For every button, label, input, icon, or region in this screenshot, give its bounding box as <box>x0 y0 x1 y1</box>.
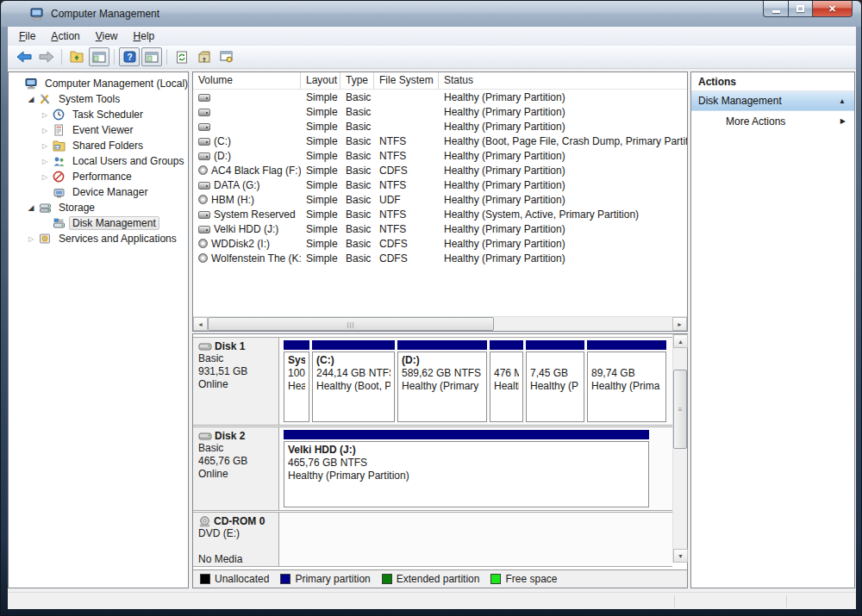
partition-body: 476 MHealth <box>490 352 523 422</box>
type-cell: Basic <box>340 121 374 133</box>
tree-item-disk-management[interactable]: Disk Management <box>9 215 188 231</box>
volume-row-blank[interactable]: SimpleBasicHealthy (Primary Partition) <box>193 119 687 134</box>
horizontal-scrollbar[interactable]: ◄ ||| ► <box>193 316 687 331</box>
volume-table-header: VolumeLayoutTypeFile SystemStatus <box>193 72 687 90</box>
scroll-down-button[interactable]: ▼ <box>673 549 688 563</box>
tree-item-label: Shared Folders <box>69 139 147 152</box>
volume-row-hbm-h[interactable]: HBM (H:)SimpleBasicUDFHealthy (Primary P… <box>193 192 687 207</box>
collapse-arrow-icon[interactable]: ▲ <box>839 97 846 105</box>
partition-89-74-gb[interactable]: 89,74 GBHealthy (Prima <box>587 340 666 422</box>
menu-view[interactable]: View <box>88 28 126 44</box>
partition-7-45-gb[interactable]: 7,45 GBHealthy (P <box>526 340 584 422</box>
disk-label-disk-1[interactable]: Disk 1Basic931,51 GBOnline <box>193 338 279 425</box>
volume-row-velki-hdd-j[interactable]: Velki HDD (J:)SimpleBasicNTFSHealthy (Pr… <box>193 221 687 236</box>
disk-title-text: Disk 2 <box>215 430 245 442</box>
tree-expander-icon[interactable]: ▷ <box>38 158 52 165</box>
column-header-status[interactable]: Status <box>439 72 687 89</box>
legend-label: Free space <box>505 573 557 585</box>
volume-row-ac4-black-flag-f[interactable]: AC4 Black Flag (F:)SimpleBasicCDFSHealth… <box>193 163 687 177</box>
tree-item-device-manager[interactable]: Device Manager <box>9 184 188 200</box>
disk-graphical-panel: Disk 1Basic931,51 GBOnlineSyst100Hea(C:)… <box>192 333 688 588</box>
console-settings-icon <box>220 51 234 63</box>
layout-cell: Simple <box>301 91 340 103</box>
column-header-type[interactable]: Type <box>340 72 374 89</box>
volume-row-blank[interactable]: SimpleBasicHealthy (Primary Partition) <box>193 90 687 104</box>
menu-file[interactable]: File <box>11 28 43 44</box>
disk-info-line: Online <box>198 378 273 391</box>
tree-expander-icon[interactable]: ▷ <box>38 111 52 119</box>
column-header-volume[interactable]: Volume <box>193 72 301 89</box>
actions-group-disk-management[interactable]: Disk Management ▲ <box>691 91 854 111</box>
partition-476-m[interactable]: 476 MHealth <box>490 340 523 422</box>
partition-band <box>526 340 584 350</box>
help-button[interactable]: ? <box>119 47 140 66</box>
tree-expander-icon[interactable]: ▷ <box>38 127 52 134</box>
partition-syst[interactable]: Syst100Hea <box>284 340 309 422</box>
more-actions[interactable]: More Actions ▶ <box>691 111 854 131</box>
tree-item-local-users-and-groups[interactable]: ▷Local Users and Groups <box>9 153 188 169</box>
tree-expander-icon[interactable]: ▷ <box>24 235 38 243</box>
volume-row-system-reserved[interactable]: System ReservedSimpleBasicNTFSHealthy (S… <box>193 207 687 221</box>
disk-title: CD-ROM 0 <box>198 515 273 527</box>
volume-row-d[interactable]: (D:)SimpleBasicNTFSHealthy (Primary Part… <box>193 148 687 163</box>
disk-row-disk-1: Disk 1Basic931,51 GBOnlineSyst100Hea(C:)… <box>193 337 672 426</box>
tree-item-performance[interactable]: ▷Performance <box>9 169 188 184</box>
volume-row-wolfenstein-the-k[interactable]: Wolfenstein The (K:)SimpleBasicCDFSHealt… <box>193 251 687 265</box>
volume-row-wddisk2-i[interactable]: WDDisk2 (I:)SimpleBasicCDFSHealthy (Prim… <box>193 236 687 251</box>
minimize-button[interactable] <box>763 1 789 17</box>
scrollbar-thumb[interactable]: ||| <box>208 317 494 331</box>
drive-volume-icon <box>198 211 210 219</box>
show-action-pane-button[interactable] <box>141 47 162 66</box>
column-header-layout[interactable]: Layout <box>301 72 340 89</box>
volume-row-data-g[interactable]: DATA (G:)SimpleBasicNTFSHealthy (Primary… <box>193 177 687 192</box>
tree-item-computer-management-local[interactable]: Computer Management (Local) <box>9 76 188 91</box>
up-level-button[interactable] <box>66 47 87 66</box>
partition-band <box>284 430 649 439</box>
partition-size: 589,62 GB NTFS <box>402 367 483 380</box>
back-button[interactable] <box>14 47 34 66</box>
tree-item-system-tools[interactable]: ◢System Tools <box>9 91 188 107</box>
tree-item-event-viewer[interactable]: ▷Event Viewer <box>9 122 188 138</box>
partition-c[interactable]: (C:)244,14 GB NTFSHealthy (Boot, P <box>312 340 395 422</box>
tree-item-label: Storage <box>55 201 98 215</box>
legend-swatch <box>280 574 290 584</box>
partition-name: (C:) <box>316 354 390 367</box>
volume-row-blank[interactable]: SimpleBasicHealthy (Primary Partition) <box>193 104 687 119</box>
disk-title: Disk 1 <box>198 340 273 352</box>
scroll-left-button[interactable]: ◄ <box>193 317 208 331</box>
close-button[interactable]: ✕ <box>813 1 853 17</box>
volume-row-c[interactable]: (C:)SimpleBasicNTFSHealthy (Boot, Page F… <box>193 134 687 148</box>
layout-cell: Simple <box>301 165 340 177</box>
tree-item-services-and-applications[interactable]: ▷Services and Applications <box>9 231 188 246</box>
tree-expander-icon[interactable]: ◢ <box>24 203 38 212</box>
partition-status: Healthy (Primary Partition) <box>288 470 645 482</box>
disk-label-disk-2[interactable]: Disk 2Basic465,76 GBOnline <box>193 427 279 510</box>
console-settings-button[interactable] <box>216 47 237 66</box>
forward-button[interactable] <box>36 47 57 66</box>
partition-d[interactable]: (D:)589,62 GB NTFSHealthy (Primary <box>397 340 487 422</box>
tree-item-storage[interactable]: ◢Storage <box>9 200 188 215</box>
volume-name: (C:) <box>214 135 231 147</box>
column-header-file-system[interactable]: File System <box>374 72 439 89</box>
partition-velki-hdd-j[interactable]: Velki HDD (J:)465,76 GB NTFSHealthy (Pri… <box>284 430 649 507</box>
scrollbar-thumb[interactable]: ≡ <box>673 370 687 449</box>
tree-expander-icon[interactable]: ▷ <box>38 173 52 181</box>
maximize-button[interactable] <box>789 1 813 17</box>
disk-rows: Disk 1Basic931,51 GBOnlineSyst100Hea(C:)… <box>193 334 672 569</box>
drive-volume-icon <box>198 182 210 190</box>
layout-cell: Simple <box>301 121 340 133</box>
vertical-scrollbar[interactable]: ▲ ≡ ▼ <box>672 334 687 563</box>
menu-help[interactable]: Help <box>126 28 163 44</box>
refresh-button[interactable] <box>172 47 192 66</box>
disk-label-cd-rom-0[interactable]: CD-ROM 0DVD (E:)No Media <box>193 513 279 566</box>
disk-row-disk-2: Disk 2Basic465,76 GBOnlineVelki HDD (J:)… <box>193 426 672 511</box>
scroll-right-button[interactable]: ► <box>672 317 687 331</box>
tree-item-task-scheduler[interactable]: ▷Task Scheduler <box>9 107 188 122</box>
menu-action[interactable]: Action <box>43 28 87 44</box>
tree-expander-icon[interactable]: ▷ <box>38 142 52 150</box>
properties-button[interactable] <box>194 47 215 66</box>
show-console-tree-button[interactable] <box>89 47 109 66</box>
tree-item-shared-folders[interactable]: ▷23Shared Folders <box>9 138 188 153</box>
scroll-up-button[interactable]: ▲ <box>673 334 688 348</box>
tree-expander-icon[interactable]: ◢ <box>24 95 38 103</box>
